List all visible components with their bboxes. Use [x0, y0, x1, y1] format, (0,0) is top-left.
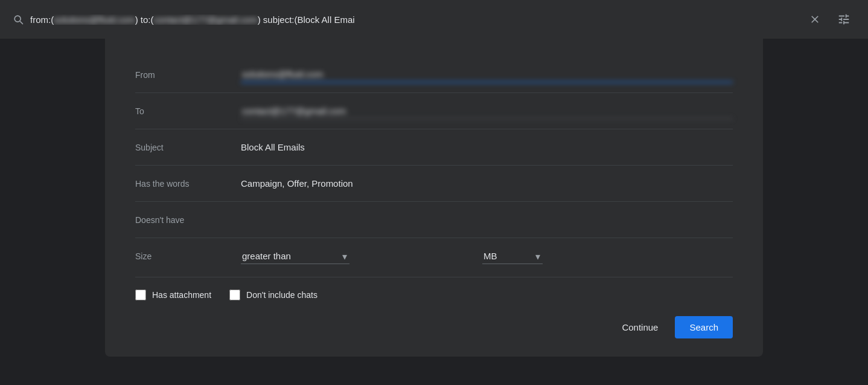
- size-row: Size greater than less than ▾ MB KB GB ▾: [135, 238, 733, 274]
- search-bar: from:(solutions@fluid.com) to:(contact@1…: [0, 0, 868, 39]
- from-row: From: [135, 57, 733, 93]
- from-label: From: [135, 70, 241, 80]
- filter-options-button[interactable]: [832, 7, 856, 31]
- advanced-search-panel: From To Subject Block All Emails Has the…: [105, 39, 763, 357]
- has-words-row: Has the words Campaign, Offer, Promotion: [135, 166, 733, 202]
- to-input[interactable]: [241, 103, 733, 119]
- clear-search-button[interactable]: [803, 7, 827, 31]
- search-button[interactable]: Search: [675, 316, 733, 338]
- action-row: Continue Search: [135, 306, 733, 338]
- has-attachment-checkbox[interactable]: [135, 290, 146, 300]
- subject-row: Subject Block All Emails: [135, 129, 733, 166]
- dont-include-chats-label: Don't include chats: [246, 290, 318, 300]
- to-row: To: [135, 93, 733, 129]
- has-attachment-checkbox-item[interactable]: Has attachment: [135, 290, 211, 300]
- search-query-text: from:(solutions@fluid.com) to:(contact@1…: [30, 15, 797, 25]
- size-unit-select[interactable]: MB KB GB: [482, 248, 543, 264]
- size-comparison-select[interactable]: greater than less than: [241, 248, 349, 264]
- size-label: Size: [135, 251, 241, 261]
- size-unit-wrapper: MB KB GB ▾: [482, 248, 543, 264]
- dont-include-chats-checkbox[interactable]: [229, 290, 240, 300]
- has-attachment-label: Has attachment: [152, 290, 211, 300]
- size-selects: greater than less than ▾ MB KB GB ▾: [241, 248, 733, 264]
- subject-value: Block All Emails: [241, 142, 733, 152]
- continue-button[interactable]: Continue: [612, 316, 668, 338]
- search-icon: [12, 13, 24, 25]
- has-words-label: Has the words: [135, 179, 241, 189]
- has-words-value: Campaign, Offer, Promotion: [241, 178, 733, 189]
- doesnt-have-label: Doesn't have: [135, 215, 241, 225]
- subject-label: Subject: [135, 143, 241, 152]
- to-label: To: [135, 106, 241, 116]
- dont-include-chats-checkbox-item[interactable]: Don't include chats: [229, 290, 318, 300]
- size-comparison-wrapper: greater than less than ▾: [241, 248, 349, 264]
- doesnt-have-row: Doesn't have: [135, 202, 733, 238]
- from-input[interactable]: [241, 66, 733, 83]
- divider: [135, 277, 733, 277]
- search-bar-actions: [803, 7, 856, 31]
- checkbox-row: Has attachment Don't include chats: [135, 280, 733, 306]
